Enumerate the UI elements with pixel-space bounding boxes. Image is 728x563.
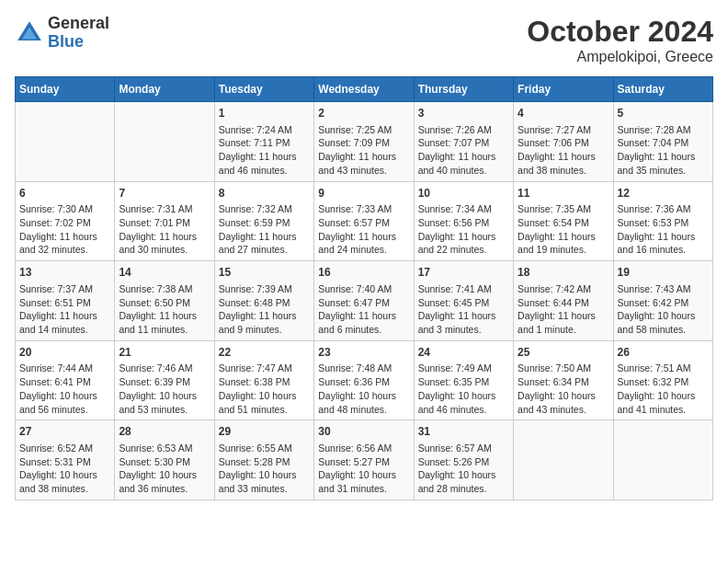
calendar-cell: 22Sunrise: 7:47 AM Sunset: 6:38 PM Dayli…: [214, 340, 313, 420]
logo: General Blue: [15, 15, 109, 52]
cell-content: Sunrise: 7:24 AM Sunset: 7:11 PM Dayligh…: [219, 123, 310, 178]
weekday-header: Sunday: [16, 77, 115, 102]
day-number: 11: [518, 186, 609, 201]
day-number: 10: [418, 186, 509, 201]
cell-content: Sunrise: 7:44 AM Sunset: 6:41 PM Dayligh…: [19, 362, 110, 416]
day-number: 18: [518, 265, 609, 281]
cell-content: Sunrise: 6:53 AM Sunset: 5:30 PM Dayligh…: [119, 442, 210, 496]
cell-content: Sunrise: 6:52 AM Sunset: 5:31 PM Dayligh…: [19, 442, 110, 496]
day-number: 14: [119, 265, 210, 281]
cell-content: Sunrise: 7:25 AM Sunset: 7:09 PM Dayligh…: [318, 123, 409, 178]
calendar-cell: [115, 102, 214, 182]
calendar-cell: 3Sunrise: 7:26 AM Sunset: 7:07 PM Daylig…: [414, 102, 513, 182]
day-number: 27: [19, 424, 110, 440]
day-number: 19: [618, 265, 709, 281]
calendar-cell: 14Sunrise: 7:38 AM Sunset: 6:50 PM Dayli…: [115, 261, 214, 341]
calendar-week-row: 6Sunrise: 7:30 AM Sunset: 7:02 PM Daylig…: [16, 181, 713, 261]
weekday-header: Wednesday: [314, 77, 414, 102]
calendar-cell: [613, 420, 712, 500]
calendar-cell: 5Sunrise: 7:28 AM Sunset: 7:04 PM Daylig…: [613, 102, 712, 182]
calendar-cell: 17Sunrise: 7:41 AM Sunset: 6:45 PM Dayli…: [414, 261, 513, 341]
calendar-cell: 31Sunrise: 6:57 AM Sunset: 5:26 PM Dayli…: [414, 420, 513, 500]
day-number: 22: [219, 345, 310, 361]
cell-content: Sunrise: 7:32 AM Sunset: 6:59 PM Dayligh…: [219, 202, 310, 257]
calendar-week-row: 20Sunrise: 7:44 AM Sunset: 6:41 PM Dayli…: [16, 340, 713, 420]
cell-content: Sunrise: 7:42 AM Sunset: 6:44 PM Dayligh…: [518, 282, 609, 337]
cell-content: Sunrise: 7:31 AM Sunset: 7:01 PM Dayligh…: [119, 202, 210, 257]
cell-content: Sunrise: 7:27 AM Sunset: 7:06 PM Dayligh…: [518, 123, 609, 178]
weekday-header: Friday: [514, 77, 613, 102]
title-block: October 2024 Ampelokipoi, Greece: [527, 15, 713, 65]
day-number: 9: [318, 186, 409, 201]
calendar-cell: 23Sunrise: 7:48 AM Sunset: 6:36 PM Dayli…: [314, 340, 414, 420]
page-header: General Blue October 2024 Ampelokipoi, G…: [15, 15, 713, 65]
cell-content: Sunrise: 7:41 AM Sunset: 6:45 PM Dayligh…: [418, 282, 509, 337]
cell-content: Sunrise: 7:47 AM Sunset: 6:38 PM Dayligh…: [219, 362, 310, 416]
calendar-cell: 27Sunrise: 6:52 AM Sunset: 5:31 PM Dayli…: [16, 420, 115, 500]
weekday-header: Saturday: [613, 77, 712, 102]
calendar-cell: 1Sunrise: 7:24 AM Sunset: 7:11 PM Daylig…: [214, 102, 313, 182]
cell-content: Sunrise: 7:38 AM Sunset: 6:50 PM Dayligh…: [119, 282, 210, 337]
calendar-cell: 15Sunrise: 7:39 AM Sunset: 6:48 PM Dayli…: [214, 261, 313, 341]
calendar-cell: 20Sunrise: 7:44 AM Sunset: 6:41 PM Dayli…: [16, 340, 115, 420]
calendar-cell: 10Sunrise: 7:34 AM Sunset: 6:56 PM Dayli…: [414, 181, 513, 261]
cell-content: Sunrise: 7:39 AM Sunset: 6:48 PM Dayligh…: [219, 282, 310, 337]
calendar-table: SundayMondayTuesdayWednesdayThursdayFrid…: [15, 76, 713, 500]
cell-content: Sunrise: 7:51 AM Sunset: 6:32 PM Dayligh…: [618, 362, 709, 416]
calendar-cell: 16Sunrise: 7:40 AM Sunset: 6:47 PM Dayli…: [314, 261, 414, 341]
day-number: 17: [418, 265, 509, 281]
day-number: 23: [318, 345, 409, 361]
calendar-cell: 13Sunrise: 7:37 AM Sunset: 6:51 PM Dayli…: [16, 261, 115, 341]
weekday-header: Thursday: [414, 77, 513, 102]
weekday-header: Tuesday: [214, 77, 313, 102]
cell-content: Sunrise: 7:40 AM Sunset: 6:47 PM Dayligh…: [318, 282, 409, 337]
calendar-cell: 26Sunrise: 7:51 AM Sunset: 6:32 PM Dayli…: [613, 340, 712, 420]
weekday-header: Monday: [115, 77, 214, 102]
day-number: 3: [418, 106, 509, 121]
calendar-cell: 30Sunrise: 6:56 AM Sunset: 5:27 PM Dayli…: [314, 420, 414, 500]
cell-content: Sunrise: 7:33 AM Sunset: 6:57 PM Dayligh…: [318, 202, 409, 257]
day-number: 20: [19, 345, 110, 361]
location-title: Ampelokipoi, Greece: [527, 49, 713, 65]
cell-content: Sunrise: 7:35 AM Sunset: 6:54 PM Dayligh…: [518, 202, 609, 257]
calendar-cell: [16, 102, 115, 182]
cell-content: Sunrise: 7:36 AM Sunset: 6:53 PM Dayligh…: [618, 202, 709, 257]
day-number: 26: [618, 345, 709, 361]
cell-content: Sunrise: 7:26 AM Sunset: 7:07 PM Dayligh…: [418, 123, 509, 178]
calendar-cell: 7Sunrise: 7:31 AM Sunset: 7:01 PM Daylig…: [115, 181, 214, 261]
cell-content: Sunrise: 7:50 AM Sunset: 6:34 PM Dayligh…: [518, 362, 609, 416]
day-number: 6: [19, 186, 110, 201]
day-number: 30: [318, 424, 409, 440]
calendar-cell: 21Sunrise: 7:46 AM Sunset: 6:39 PM Dayli…: [115, 340, 214, 420]
cell-content: Sunrise: 6:56 AM Sunset: 5:27 PM Dayligh…: [318, 442, 409, 496]
cell-content: Sunrise: 7:28 AM Sunset: 7:04 PM Dayligh…: [618, 123, 709, 178]
day-number: 31: [418, 424, 509, 440]
day-number: 1: [219, 106, 310, 121]
calendar-cell: 11Sunrise: 7:35 AM Sunset: 6:54 PM Dayli…: [514, 181, 613, 261]
calendar-cell: 4Sunrise: 7:27 AM Sunset: 7:06 PM Daylig…: [514, 102, 613, 182]
calendar-cell: 6Sunrise: 7:30 AM Sunset: 7:02 PM Daylig…: [16, 181, 115, 261]
day-number: 25: [518, 345, 609, 361]
day-number: 29: [219, 424, 310, 440]
day-number: 28: [119, 424, 210, 440]
day-number: 12: [618, 186, 709, 201]
calendar-cell: [514, 420, 613, 500]
day-number: 13: [19, 265, 110, 281]
calendar-cell: 18Sunrise: 7:42 AM Sunset: 6:44 PM Dayli…: [514, 261, 613, 341]
calendar-cell: 19Sunrise: 7:43 AM Sunset: 6:42 PM Dayli…: [613, 261, 712, 341]
cell-content: Sunrise: 6:57 AM Sunset: 5:26 PM Dayligh…: [418, 442, 509, 496]
calendar-week-row: 27Sunrise: 6:52 AM Sunset: 5:31 PM Dayli…: [16, 420, 713, 500]
cell-content: Sunrise: 7:46 AM Sunset: 6:39 PM Dayligh…: [119, 362, 210, 416]
day-number: 2: [318, 106, 409, 121]
cell-content: Sunrise: 7:48 AM Sunset: 6:36 PM Dayligh…: [318, 362, 409, 416]
calendar-cell: 12Sunrise: 7:36 AM Sunset: 6:53 PM Dayli…: [613, 181, 712, 261]
day-number: 15: [219, 265, 310, 281]
calendar-header: SundayMondayTuesdayWednesdayThursdayFrid…: [16, 77, 713, 102]
calendar-cell: 24Sunrise: 7:49 AM Sunset: 6:35 PM Dayli…: [414, 340, 513, 420]
day-number: 21: [119, 345, 210, 361]
cell-content: Sunrise: 7:43 AM Sunset: 6:42 PM Dayligh…: [618, 282, 709, 337]
calendar-week-row: 1Sunrise: 7:24 AM Sunset: 7:11 PM Daylig…: [16, 102, 713, 182]
calendar-cell: 2Sunrise: 7:25 AM Sunset: 7:09 PM Daylig…: [314, 102, 414, 182]
day-number: 7: [119, 186, 210, 201]
cell-content: Sunrise: 7:30 AM Sunset: 7:02 PM Dayligh…: [19, 202, 110, 257]
